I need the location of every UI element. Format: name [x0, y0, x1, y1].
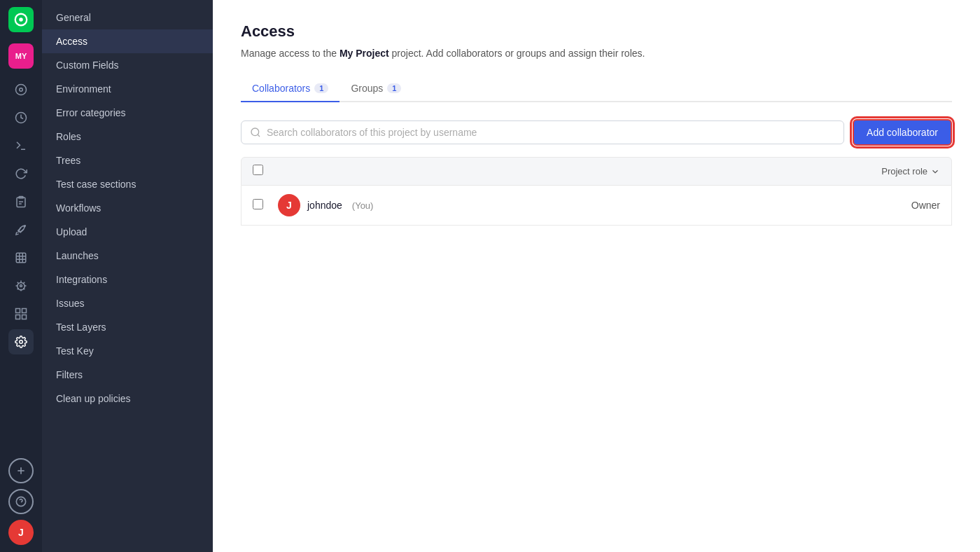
search-box[interactable] [241, 120, 844, 144]
row-checkbox[interactable] [253, 199, 263, 209]
svg-line-33 [258, 134, 260, 137]
bug-icon[interactable] [8, 273, 34, 298]
grid-icon[interactable] [8, 301, 34, 326]
search-input[interactable] [267, 127, 835, 138]
project-avatar[interactable]: MY [8, 43, 34, 69]
you-label: (You) [352, 200, 374, 211]
svg-rect-10 [16, 253, 26, 263]
reports-icon[interactable] [8, 105, 34, 130]
sidebar-item-workflows[interactable]: Workflows [42, 196, 213, 220]
tab-groups-badge: 1 [387, 83, 401, 93]
svg-rect-25 [16, 315, 20, 319]
sidebar-item-clean-up-policies[interactable]: Clean up policies [42, 387, 213, 410]
user-role: Owner [911, 200, 940, 211]
terminal-icon[interactable] [8, 133, 34, 158]
table-row: J johndoe (You) Owner [241, 186, 952, 226]
sidebar-item-trees[interactable]: Trees [42, 149, 213, 172]
sidebar-item-custom-fields[interactable]: Custom Fields [42, 53, 213, 77]
search-icon [250, 127, 261, 138]
sidebar-item-error-categories[interactable]: Error categories [42, 101, 213, 125]
sidebar-item-roles[interactable]: Roles [42, 125, 213, 149]
app-logo[interactable] [8, 7, 34, 32]
row-checkbox-col [253, 199, 278, 212]
avatar: J [278, 194, 300, 216]
tab-collaborators[interactable]: Collaborators 1 [241, 76, 340, 102]
help-button[interactable] [8, 489, 34, 514]
rocket-icon[interactable] [8, 217, 34, 242]
user-avatar[interactable]: J [8, 520, 34, 545]
role-header-label: Project role [881, 166, 927, 177]
tab-collaborators-badge: 1 [314, 83, 328, 93]
icon-sidebar: MY J [0, 0, 42, 552]
sidebar-item-test-key[interactable]: Test Key [42, 339, 213, 363]
project-name: My Project [340, 48, 389, 59]
settings-icon[interactable] [8, 329, 34, 354]
sidebar-item-launches[interactable]: Launches [42, 244, 213, 268]
refresh-icon[interactable] [8, 161, 34, 186]
search-row: Add collaborator [241, 119, 952, 146]
role-header[interactable]: Project role [881, 166, 940, 177]
tab-groups[interactable]: Groups 1 [340, 76, 412, 102]
description-suffix: project. Add collaborators or groups and… [389, 48, 645, 59]
select-all-checkbox[interactable] [253, 165, 263, 175]
header-checkbox-col [253, 165, 278, 178]
sidebar-item-environment[interactable]: Environment [42, 77, 213, 101]
main-content: Access Manage access to the My Project p… [213, 0, 980, 552]
chevron-down-icon [930, 167, 940, 177]
svg-line-22 [18, 282, 19, 284]
sidebar-item-test-layers[interactable]: Test Layers [42, 315, 213, 339]
sidebar-item-filters[interactable]: Filters [42, 363, 213, 387]
svg-point-9 [24, 226, 26, 227]
svg-point-1 [19, 18, 23, 22]
nav-sidebar: General Access Custom Fields Environment… [42, 0, 213, 552]
svg-point-2 [16, 85, 27, 95]
sidebar-item-integrations[interactable]: Integrations [42, 268, 213, 291]
sidebar-item-access[interactable]: Access [42, 29, 213, 53]
description-prefix: Manage access to the [241, 48, 340, 59]
tabs-bar: Collaborators 1 Groups 1 [241, 76, 952, 102]
svg-rect-23 [16, 309, 20, 313]
sidebar-item-general[interactable]: General [42, 6, 213, 29]
add-project-button[interactable] [8, 458, 34, 483]
sidebar-item-test-case-sections[interactable]: Test case sections [42, 172, 213, 196]
sidebar-item-issues[interactable]: Issues [42, 291, 213, 315]
clipboard-icon[interactable] [8, 189, 34, 214]
table-header: Project role [241, 157, 952, 186]
svg-point-3 [20, 88, 23, 92]
svg-rect-26 [22, 315, 27, 319]
svg-line-16 [23, 282, 24, 284]
tab-collaborators-label: Collaborators [252, 83, 310, 94]
page-title: Access [241, 22, 952, 41]
user-info: J johndoe (You) [278, 194, 911, 216]
svg-rect-24 [22, 309, 27, 313]
username: johndoe [307, 200, 342, 211]
chart-icon[interactable] [8, 245, 34, 270]
dashboard-icon[interactable] [8, 77, 34, 102]
sidebar-item-upload[interactable]: Upload [42, 220, 213, 244]
tab-groups-label: Groups [351, 83, 383, 94]
svg-point-27 [20, 340, 23, 344]
page-description: Manage access to the My Project project.… [241, 48, 952, 59]
add-collaborator-button[interactable]: Add collaborator [853, 119, 952, 146]
svg-point-32 [251, 128, 259, 136]
